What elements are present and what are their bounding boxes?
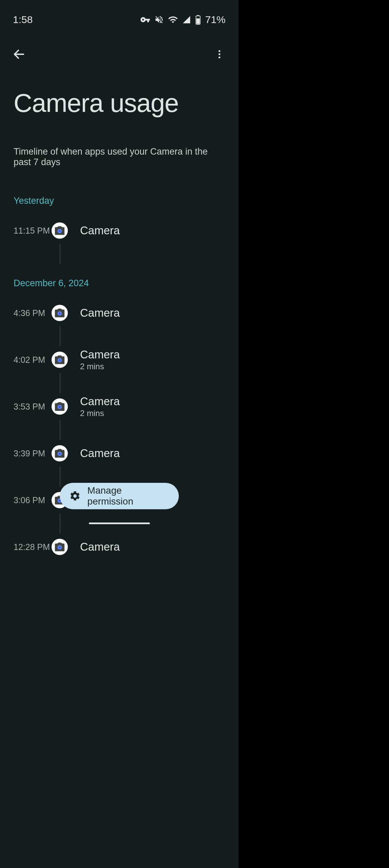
timeline-connector [60,420,225,440]
back-button[interactable] [9,45,28,64]
gear-icon [69,490,81,502]
app-icon-camera [52,352,68,368]
svg-point-4 [218,50,220,52]
usage-time: 3:53 PM [14,402,52,412]
wifi-icon [168,15,178,25]
usage-row[interactable]: 11:15 PM Camera [14,217,225,244]
svg-point-5 [218,53,220,55]
usage-duration: 2 mins [80,362,120,371]
svg-point-12 [59,359,61,361]
right-black-strip [238,0,389,868]
camera-icon [54,448,65,459]
app-icon-camera [52,539,68,555]
svg-point-16 [59,453,61,455]
usage-app: Camera [80,348,120,361]
svg-rect-1 [197,15,199,16]
timeline-connector [60,373,225,393]
battery-percent: 71% [205,14,226,25]
camera-icon [54,307,65,319]
usage-row[interactable]: 3:39 PM Camera [14,440,225,467]
svg-point-14 [59,406,61,408]
app-icon-camera [52,445,68,461]
timeline-connector [60,327,225,346]
timeline: Yesterday 11:15 PM Camera December 6, 20… [0,181,238,529]
usage-app: Camera [80,447,120,460]
usage-time: 4:02 PM [14,355,52,365]
status-right: 71% [140,14,226,25]
nav-indicator [89,522,150,524]
page-title: Camera usage [14,88,225,118]
usage-app: Camera [80,224,120,237]
usage-row[interactable]: 3:53 PM Camera 2 mins [14,393,225,420]
back-arrow-icon [12,47,26,61]
mute-icon [154,15,164,24]
svg-point-20 [59,546,61,549]
app-icon-camera [52,222,68,239]
svg-point-8 [59,230,61,232]
battery-icon [195,15,201,25]
usage-app: Camera [80,540,120,553]
manage-permission-label: Manage permission [87,485,166,507]
usage-time: 3:39 PM [14,449,52,458]
camera-icon [54,225,65,236]
app-icon-camera [52,305,68,321]
usage-duration: 2 mins [80,409,120,418]
more-vert-icon [214,49,225,60]
usage-app: Camera [80,395,120,408]
more-button[interactable] [210,45,229,64]
usage-app: Camera [80,307,120,319]
vpn-key-icon [140,15,150,25]
app-bar [0,44,238,64]
svg-point-10 [59,312,61,315]
usage-time: 11:15 PM [14,226,52,236]
usage-time: 3:06 PM [14,495,52,505]
camera-icon [54,401,65,412]
page-subtitle: Timeline of when apps used your Camera i… [14,146,225,167]
app-icon-camera [52,398,68,415]
usage-row[interactable]: 4:02 PM Camera 2 mins [14,346,225,373]
camera-icon [54,354,65,366]
signal-icon [182,15,191,24]
timeline-connector [60,244,225,264]
section-header: Yesterday [14,196,225,206]
status-bar: 1:58 71% [0,0,238,39]
manage-permission-button[interactable]: Manage permission [60,483,179,509]
title-block: Camera usage Timeline of when apps used … [14,88,225,167]
usage-time: 4:36 PM [14,308,52,318]
usage-row[interactable]: 4:36 PM Camera [14,299,225,327]
usage-row[interactable]: 12:28 PM Camera [14,533,225,560]
camera-icon [54,541,65,553]
svg-point-6 [218,57,220,58]
status-time: 1:58 [13,14,33,25]
svg-rect-2 [196,18,200,24]
usage-time: 12:28 PM [14,542,52,552]
section-header: December 6, 2024 [14,278,225,289]
